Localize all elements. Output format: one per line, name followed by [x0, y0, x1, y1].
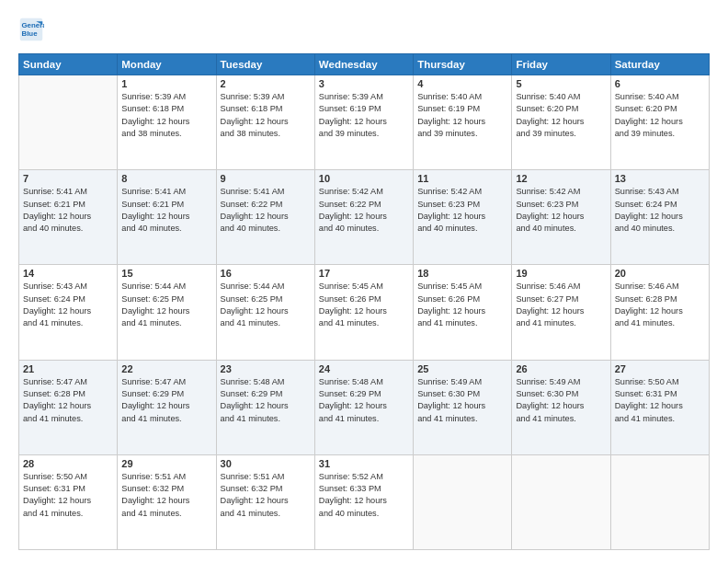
- day-number: 7: [23, 173, 113, 184]
- calendar-cell: 9Sunrise: 5:41 AMSunset: 6:22 PMDaylight…: [216, 170, 314, 265]
- calendar-cell: 29Sunrise: 5:51 AMSunset: 6:32 PMDayligh…: [118, 454, 216, 549]
- header: General Blue: [18, 17, 710, 42]
- day-number: 2: [221, 78, 311, 89]
- calendar-cell: [19, 75, 118, 170]
- cell-info: Sunrise: 5:49 AMSunset: 6:30 PMDaylight:…: [516, 376, 606, 425]
- calendar-table: SundayMondayTuesdayWednesdayThursdayFrid…: [18, 53, 710, 550]
- calendar-cell: 28Sunrise: 5:50 AMSunset: 6:31 PMDayligh…: [19, 454, 118, 549]
- cell-info: Sunrise: 5:41 AMSunset: 6:22 PMDaylight:…: [221, 186, 311, 235]
- cell-info: Sunrise: 5:46 AMSunset: 6:27 PMDaylight:…: [516, 281, 606, 329]
- calendar-week-1: 1Sunrise: 5:39 AMSunset: 6:18 PMDaylight…: [19, 75, 710, 170]
- day-number: 24: [319, 363, 409, 374]
- calendar-header-row: SundayMondayTuesdayWednesdayThursdayFrid…: [19, 54, 710, 75]
- calendar-cell: [610, 454, 709, 549]
- calendar-cell: 2Sunrise: 5:39 AMSunset: 6:18 PMDaylight…: [216, 75, 314, 170]
- day-number: 16: [221, 268, 311, 279]
- day-header-monday: Monday: [118, 54, 216, 75]
- cell-info: Sunrise: 5:39 AMSunset: 6:18 PMDaylight:…: [221, 91, 311, 140]
- day-number: 20: [615, 268, 705, 279]
- cell-info: Sunrise: 5:41 AMSunset: 6:21 PMDaylight:…: [121, 186, 211, 235]
- calendar-week-2: 7Sunrise: 5:41 AMSunset: 6:21 PMDaylight…: [19, 170, 710, 265]
- calendar-week-4: 21Sunrise: 5:47 AMSunset: 6:28 PMDayligh…: [19, 360, 710, 454]
- cell-info: Sunrise: 5:42 AMSunset: 6:23 PMDaylight:…: [516, 186, 606, 235]
- day-number: 31: [319, 458, 409, 469]
- day-number: 11: [417, 173, 507, 184]
- day-number: 29: [121, 458, 211, 469]
- calendar-cell: 10Sunrise: 5:42 AMSunset: 6:22 PMDayligh…: [314, 170, 413, 265]
- day-header-wednesday: Wednesday: [314, 54, 413, 75]
- page: General Blue SundayMondayTuesdayWednesda…: [0, 0, 728, 563]
- day-number: 22: [121, 363, 211, 374]
- logo-icon: General Blue: [18, 17, 44, 42]
- calendar-cell: [414, 454, 512, 549]
- cell-info: Sunrise: 5:40 AMSunset: 6:20 PMDaylight:…: [516, 91, 606, 140]
- calendar-cell: 26Sunrise: 5:49 AMSunset: 6:30 PMDayligh…: [512, 360, 610, 454]
- day-number: 6: [615, 78, 705, 89]
- cell-info: Sunrise: 5:41 AMSunset: 6:21 PMDaylight:…: [23, 186, 113, 235]
- day-number: 27: [615, 363, 705, 374]
- calendar-cell: 3Sunrise: 5:39 AMSunset: 6:19 PMDaylight…: [314, 75, 413, 170]
- day-number: 5: [516, 78, 606, 89]
- calendar-cell: 25Sunrise: 5:49 AMSunset: 6:30 PMDayligh…: [414, 360, 512, 454]
- cell-info: Sunrise: 5:45 AMSunset: 6:26 PMDaylight:…: [417, 281, 507, 329]
- day-number: 26: [516, 363, 606, 374]
- cell-info: Sunrise: 5:50 AMSunset: 6:31 PMDaylight:…: [23, 471, 113, 520]
- calendar-cell: 30Sunrise: 5:51 AMSunset: 6:32 PMDayligh…: [216, 454, 314, 549]
- calendar-cell: 21Sunrise: 5:47 AMSunset: 6:28 PMDayligh…: [19, 360, 118, 454]
- cell-info: Sunrise: 5:49 AMSunset: 6:30 PMDaylight:…: [417, 376, 507, 425]
- calendar-cell: 31Sunrise: 5:52 AMSunset: 6:33 PMDayligh…: [314, 454, 413, 549]
- cell-info: Sunrise: 5:42 AMSunset: 6:22 PMDaylight:…: [319, 186, 409, 235]
- day-number: 12: [516, 173, 606, 184]
- day-number: 23: [221, 363, 311, 374]
- cell-info: Sunrise: 5:44 AMSunset: 6:25 PMDaylight:…: [121, 281, 211, 329]
- day-number: 10: [319, 173, 409, 184]
- calendar-week-3: 14Sunrise: 5:43 AMSunset: 6:24 PMDayligh…: [19, 265, 710, 360]
- calendar-cell: 11Sunrise: 5:42 AMSunset: 6:23 PMDayligh…: [414, 170, 512, 265]
- day-number: 4: [417, 78, 507, 89]
- cell-info: Sunrise: 5:46 AMSunset: 6:28 PMDaylight:…: [615, 281, 705, 329]
- cell-info: Sunrise: 5:39 AMSunset: 6:19 PMDaylight:…: [319, 91, 409, 140]
- day-number: 1: [121, 78, 211, 89]
- cell-info: Sunrise: 5:52 AMSunset: 6:33 PMDaylight:…: [319, 471, 409, 520]
- calendar-cell: 16Sunrise: 5:44 AMSunset: 6:25 PMDayligh…: [216, 265, 314, 360]
- calendar-cell: 24Sunrise: 5:48 AMSunset: 6:29 PMDayligh…: [314, 360, 413, 454]
- cell-info: Sunrise: 5:47 AMSunset: 6:28 PMDaylight:…: [23, 376, 113, 425]
- day-number: 9: [221, 173, 311, 184]
- cell-info: Sunrise: 5:51 AMSunset: 6:32 PMDaylight:…: [121, 471, 211, 520]
- calendar-cell: 14Sunrise: 5:43 AMSunset: 6:24 PMDayligh…: [19, 265, 118, 360]
- day-number: 19: [516, 268, 606, 279]
- cell-info: Sunrise: 5:48 AMSunset: 6:29 PMDaylight:…: [221, 376, 311, 425]
- calendar-cell: 7Sunrise: 5:41 AMSunset: 6:21 PMDaylight…: [19, 170, 118, 265]
- calendar-cell: [512, 454, 610, 549]
- cell-info: Sunrise: 5:43 AMSunset: 6:24 PMDaylight:…: [23, 281, 113, 329]
- day-number: 3: [319, 78, 409, 89]
- calendar-cell: 8Sunrise: 5:41 AMSunset: 6:21 PMDaylight…: [118, 170, 216, 265]
- calendar-cell: 17Sunrise: 5:45 AMSunset: 6:26 PMDayligh…: [314, 265, 413, 360]
- calendar-cell: 6Sunrise: 5:40 AMSunset: 6:20 PMDaylight…: [610, 75, 709, 170]
- calendar-cell: 12Sunrise: 5:42 AMSunset: 6:23 PMDayligh…: [512, 170, 610, 265]
- day-number: 30: [221, 458, 311, 469]
- cell-info: Sunrise: 5:51 AMSunset: 6:32 PMDaylight:…: [221, 471, 311, 520]
- calendar-cell: 5Sunrise: 5:40 AMSunset: 6:20 PMDaylight…: [512, 75, 610, 170]
- day-header-saturday: Saturday: [610, 54, 709, 75]
- day-number: 18: [417, 268, 507, 279]
- cell-info: Sunrise: 5:45 AMSunset: 6:26 PMDaylight:…: [319, 281, 409, 329]
- calendar-cell: 18Sunrise: 5:45 AMSunset: 6:26 PMDayligh…: [414, 265, 512, 360]
- svg-text:Blue: Blue: [22, 29, 39, 38]
- cell-info: Sunrise: 5:39 AMSunset: 6:18 PMDaylight:…: [121, 91, 211, 140]
- calendar-cell: 4Sunrise: 5:40 AMSunset: 6:19 PMDaylight…: [414, 75, 512, 170]
- logo: General Blue: [18, 17, 48, 42]
- calendar-cell: 20Sunrise: 5:46 AMSunset: 6:28 PMDayligh…: [610, 265, 709, 360]
- day-number: 25: [417, 363, 507, 374]
- calendar-week-5: 28Sunrise: 5:50 AMSunset: 6:31 PMDayligh…: [19, 454, 710, 549]
- day-number: 15: [121, 268, 211, 279]
- cell-info: Sunrise: 5:42 AMSunset: 6:23 PMDaylight:…: [417, 186, 507, 235]
- day-header-friday: Friday: [512, 54, 610, 75]
- day-header-sunday: Sunday: [19, 54, 118, 75]
- cell-info: Sunrise: 5:40 AMSunset: 6:20 PMDaylight:…: [615, 91, 705, 140]
- calendar-cell: 13Sunrise: 5:43 AMSunset: 6:24 PMDayligh…: [610, 170, 709, 265]
- cell-info: Sunrise: 5:40 AMSunset: 6:19 PMDaylight:…: [417, 91, 507, 140]
- cell-info: Sunrise: 5:47 AMSunset: 6:29 PMDaylight:…: [121, 376, 211, 425]
- calendar-cell: 23Sunrise: 5:48 AMSunset: 6:29 PMDayligh…: [216, 360, 314, 454]
- cell-info: Sunrise: 5:48 AMSunset: 6:29 PMDaylight:…: [319, 376, 409, 425]
